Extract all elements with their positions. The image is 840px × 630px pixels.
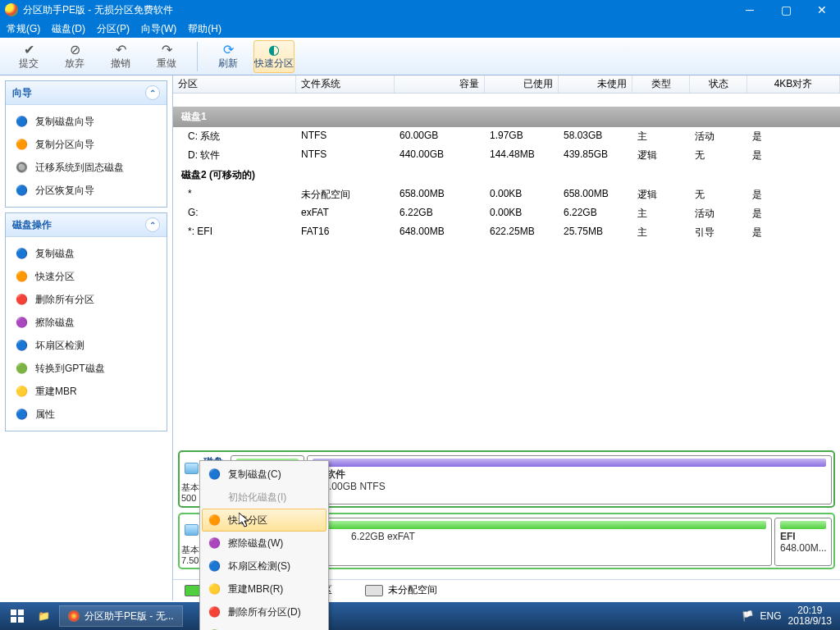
undo-button[interactable]: ↶撤销 — [100, 40, 141, 73]
app-icon — [68, 610, 80, 622]
mbr-icon: 🟡 — [14, 384, 29, 399]
disk1-header[interactable]: 磁盘1 — [173, 107, 840, 127]
tray-clock[interactable]: 20:192018/9/13 — [788, 605, 837, 627]
seg-efi[interactable]: EFI648.00M... — [774, 518, 832, 566]
redo-button[interactable]: ↷重做 — [146, 40, 187, 73]
taskbar: 📁 分区助手PE版 - 无... 🏳️ ENG 20:192018/9/13 — [0, 602, 840, 630]
close-button[interactable]: ✕ — [804, 0, 840, 20]
disk-icon: 🔵 — [14, 246, 29, 261]
chevron-up-icon: ⌃ — [145, 85, 160, 100]
commit-button[interactable]: ✔提交 — [8, 40, 49, 73]
seg-d[interactable]: D: 软件440.00GB NTFS — [307, 455, 832, 504]
discard-icon: ⊘ — [66, 42, 83, 57]
op-wipe-disk[interactable]: 🟣擦除磁盘 — [9, 311, 163, 334]
op-quick-partition[interactable]: 🟠快速分区 — [9, 265, 163, 288]
disk-icon — [185, 524, 199, 536]
ctx-bad-sector[interactable]: 🔵坏扇区检测(S) — [202, 555, 326, 578]
quick-partition-button[interactable]: ◐快速分区 — [253, 40, 294, 73]
legend-free-swatch — [365, 585, 383, 596]
grid-body: 磁盘1 C: 系统NTFS60.00GB1.97GB58.03GB主活动是D: … — [173, 94, 840, 242]
disk-icon: 🔵 — [207, 467, 221, 482]
migrate-icon: 🔘 — [14, 160, 29, 175]
wipe-icon: 🟣 — [14, 315, 29, 330]
col-type[interactable]: 类型 — [632, 75, 690, 93]
op-delete-all[interactable]: 🔴删除所有分区 — [9, 288, 163, 311]
toolbar: ✔提交 ⊘放弃 ↶撤销 ↷重做 ⟳刷新 ◐快速分区 — [0, 38, 840, 75]
separator — [197, 42, 198, 71]
taskbar-app[interactable]: 分区助手PE版 - 无... — [59, 605, 183, 627]
menu-partition[interactable]: 分区(P) — [97, 22, 130, 36]
col-status[interactable]: 状态 — [690, 75, 747, 93]
ctx-delete-all[interactable]: 🔴删除所有分区(D) — [202, 600, 326, 623]
col-capacity[interactable]: 容量 — [395, 75, 485, 93]
col-free[interactable]: 未使用 — [559, 75, 632, 93]
wizard-migrate-ssd[interactable]: 🔘迁移系统到固态磁盘 — [9, 156, 163, 179]
disk-bars: 磁盘1 基本 500 D: 软件440.00GB NTFS 🔵复制磁盘(C) 初… — [173, 445, 840, 579]
minimize-button[interactable]: ─ — [732, 0, 768, 20]
maximize-button[interactable]: ▢ — [768, 0, 804, 20]
refresh-button[interactable]: ⟳刷新 — [208, 40, 249, 73]
window-title: 分区助手PE版 - 无损分区免费软件 — [23, 3, 732, 17]
ctx-quick-partition[interactable]: 🟠快速分区 — [202, 509, 326, 532]
col-used[interactable]: 已使用 — [485, 75, 559, 93]
table-row[interactable]: G:exFAT6.22GB0.00KB6.22GB主活动是 — [173, 204, 840, 223]
svg-rect-0 — [11, 609, 16, 615]
mbr-icon: 🟡 — [207, 582, 221, 596]
grid-header: 分区 文件系统 容量 已使用 未使用 类型 状态 4KB对齐 — [173, 75, 840, 94]
start-button[interactable] — [3, 605, 31, 628]
menu-general[interactable]: 常规(G) — [7, 22, 40, 36]
col-partition[interactable]: 分区 — [173, 75, 296, 93]
col-fs[interactable]: 文件系统 — [296, 75, 395, 93]
disk-copy-icon: 🔵 — [14, 114, 29, 129]
op-rebuild-mbr[interactable]: 🟡重建MBR — [9, 380, 163, 403]
table-row[interactable]: D: 软件NTFS440.00GB144.48MB439.85GB逻辑无是 — [173, 146, 840, 165]
recover-icon: 🔵 — [14, 183, 29, 198]
op-bad-sector[interactable]: 🔵坏扇区检测 — [9, 334, 163, 357]
delete-icon: 🔴 — [207, 605, 221, 619]
ctx-rebuild-mbr[interactable]: 🟡重建MBR(R) — [202, 578, 326, 600]
tray-lang[interactable]: ENG — [760, 610, 782, 622]
refresh-icon: ⟳ — [220, 42, 236, 57]
convert-icon: 🟢 — [14, 361, 29, 376]
wizard-copy-partition[interactable]: 🟠复制分区向导 — [9, 133, 163, 156]
sidebar: 向导 ⌃ 🔵复制磁盘向导 🟠复制分区向导 🔘迁移系统到固态磁盘 🔵分区恢复向导 … — [0, 75, 172, 600]
disk2-header[interactable]: 磁盘2 (可移动的) — [173, 165, 840, 185]
diskops-panel-header[interactable]: 磁盘操作 ⌃ — [6, 213, 167, 237]
menu-help[interactable]: 帮助(H) — [188, 22, 221, 36]
svg-rect-1 — [18, 609, 24, 615]
quick-icon: 🟠 — [207, 513, 221, 527]
tray-flag-icon[interactable]: 🏳️ — [742, 610, 754, 622]
discard-button[interactable]: ⊘放弃 — [54, 40, 95, 73]
op-copy-disk[interactable]: 🔵复制磁盘 — [9, 242, 163, 265]
op-properties[interactable]: 🔵属性 — [9, 403, 163, 426]
scan-icon: 🔵 — [14, 338, 29, 353]
ctx-wipe-disk[interactable]: 🟣擦除磁盘(W) — [202, 532, 326, 555]
wizard-recover[interactable]: 🔵分区恢复向导 — [9, 179, 163, 202]
redo-icon: ↷ — [158, 42, 175, 57]
wizard-panel-header[interactable]: 向导 ⌃ — [6, 81, 167, 105]
svg-rect-3 — [18, 617, 24, 623]
svg-rect-2 — [11, 617, 16, 623]
col-align[interactable]: 4KB对齐 — [747, 75, 840, 93]
wipe-icon: 🟣 — [207, 536, 221, 550]
menu-wizard[interactable]: 向导(W) — [141, 22, 176, 36]
quick-icon: 🟠 — [14, 269, 29, 284]
ctx-copy-disk[interactable]: 🔵复制磁盘(C) — [202, 463, 326, 486]
table-row[interactable]: *: EFIFAT16648.00MB622.25MB25.75MB主引导是 — [173, 223, 840, 242]
context-menu: 🔵复制磁盘(C) 初始化磁盘(I) 🟠快速分区 🟣擦除磁盘(W) 🔵坏扇区检测(… — [199, 460, 329, 630]
table-row[interactable]: C: 系统NTFS60.00GB1.97GB58.03GB主活动是 — [173, 127, 840, 146]
disk-icon — [185, 463, 199, 474]
titlebar: 分区助手PE版 - 无损分区免费软件 ─ ▢ ✕ — [0, 0, 840, 20]
menu-disk[interactable]: 磁盘(D) — [52, 22, 85, 36]
check-icon: ✔ — [21, 42, 37, 57]
diskops-panel: 磁盘操作 ⌃ 🔵复制磁盘 🟠快速分区 🔴删除所有分区 🟣擦除磁盘 🔵坏扇区检测 … — [5, 212, 167, 431]
menubar: 常规(G) 磁盘(D) 分区(P) 向导(W) 帮助(H) — [0, 20, 840, 38]
wizard-copy-disk[interactable]: 🔵复制磁盘向导 — [9, 110, 163, 133]
wizard-panel: 向导 ⌃ 🔵复制磁盘向导 🟠复制分区向导 🔘迁移系统到固态磁盘 🔵分区恢复向导 — [5, 80, 167, 208]
explorer-icon[interactable]: 📁 — [31, 605, 56, 628]
info-icon: 🔵 — [14, 407, 29, 422]
ctx-convert-gpt[interactable]: 🟢转换到GPT磁盘(O) — [202, 623, 326, 630]
table-row[interactable]: *未分配空间658.00MB0.00KB658.00MB逻辑无是 — [173, 185, 840, 204]
app-icon — [5, 3, 18, 16]
op-convert-gpt[interactable]: 🟢转换到GPT磁盘 — [9, 357, 163, 380]
